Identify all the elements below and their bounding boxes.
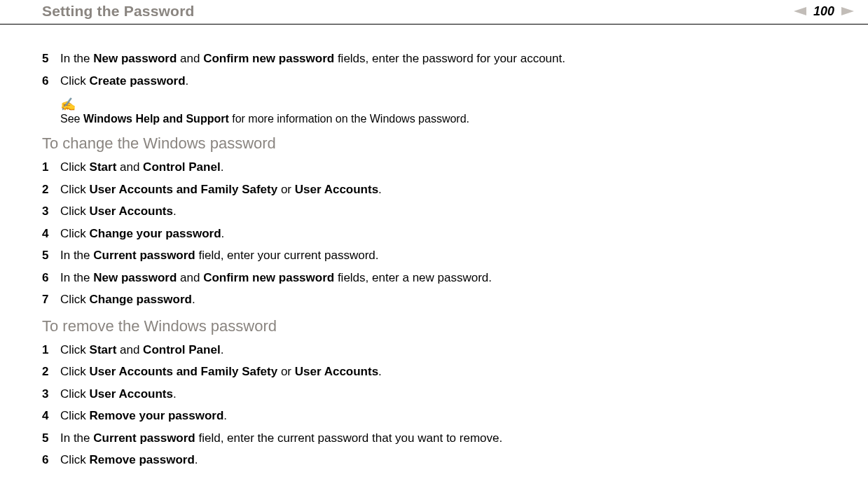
step-text: Click Remove password. <box>60 451 826 469</box>
note-icon: ✍ <box>60 98 826 111</box>
step-number: 5 <box>42 429 60 447</box>
step-text: Click User Accounts and Family Safety or… <box>60 363 826 381</box>
step-number: 3 <box>42 202 60 221</box>
step-item: 2 Click User Accounts and Family Safety … <box>42 181 826 199</box>
step-item: 6 Click Remove password. <box>42 451 826 469</box>
step-text: Click Change your password. <box>60 225 826 243</box>
step-number: 6 <box>42 451 60 469</box>
step-text: Click Remove your password. <box>60 407 826 425</box>
step-text: In the Current password field, enter the… <box>60 429 826 447</box>
step-text: Click Create password. <box>60 72 826 90</box>
page-title: Setting the Password <box>42 3 195 20</box>
step-number: 1 <box>42 341 60 359</box>
step-item: 6 In the New password and Confirm new pa… <box>42 269 826 287</box>
page-navigation: 100 <box>794 4 854 19</box>
page-number: 100 <box>811 4 837 19</box>
step-item: 5 In the New password and Confirm new pa… <box>42 50 826 68</box>
step-number: 4 <box>42 225 60 243</box>
step-text: Click User Accounts. <box>60 202 826 221</box>
step-text: In the Current password field, enter you… <box>60 246 826 265</box>
step-item: 7 Click Change password. <box>42 291 826 309</box>
step-text: Click User Accounts. <box>60 385 826 403</box>
step-item: 6 Click Create password. <box>42 72 826 90</box>
step-item: 3 Click User Accounts. <box>42 202 826 221</box>
note-block: ✍ See Windows Help and Support for more … <box>60 98 826 126</box>
step-text: Click User Accounts and Family Safety or… <box>60 181 826 199</box>
step-number: 6 <box>42 269 60 287</box>
step-number: 5 <box>42 50 60 68</box>
step-item: 5 In the Current password field, enter t… <box>42 429 826 447</box>
step-number: 7 <box>42 291 60 309</box>
step-item: 2 Click User Accounts and Family Safety … <box>42 363 826 381</box>
step-item: 3 Click User Accounts. <box>42 385 826 403</box>
step-number: 5 <box>42 246 60 265</box>
section-heading: To remove the Windows password <box>42 317 826 335</box>
prev-page-icon[interactable] <box>794 7 806 15</box>
step-number: 1 <box>42 158 60 176</box>
step-number: 3 <box>42 385 60 403</box>
note-text: See Windows Help and Support for more in… <box>60 113 469 125</box>
step-item: 1 Click Start and Control Panel. <box>42 341 826 359</box>
page-header: Setting the Password 100 <box>0 0 868 25</box>
next-page-icon[interactable] <box>841 7 854 15</box>
step-number: 4 <box>42 407 60 425</box>
page-content: 5 In the New password and Confirm new pa… <box>0 25 868 493</box>
step-number: 2 <box>42 363 60 381</box>
section-heading: To change the Windows password <box>42 134 826 153</box>
step-item: 4 Click Change your password. <box>42 225 826 243</box>
step-item: 5 In the Current password field, enter y… <box>42 246 826 265</box>
step-text: In the New password and Confirm new pass… <box>60 50 826 68</box>
step-item: 4 Click Remove your password. <box>42 407 826 425</box>
step-text: Click Start and Control Panel. <box>60 341 826 359</box>
step-item: 1 Click Start and Control Panel. <box>42 158 826 176</box>
step-text: Click Start and Control Panel. <box>60 158 826 176</box>
step-text: Click Change password. <box>60 291 826 309</box>
step-number: 6 <box>42 72 60 90</box>
step-number: 2 <box>42 181 60 199</box>
step-text: In the New password and Confirm new pass… <box>60 269 826 287</box>
